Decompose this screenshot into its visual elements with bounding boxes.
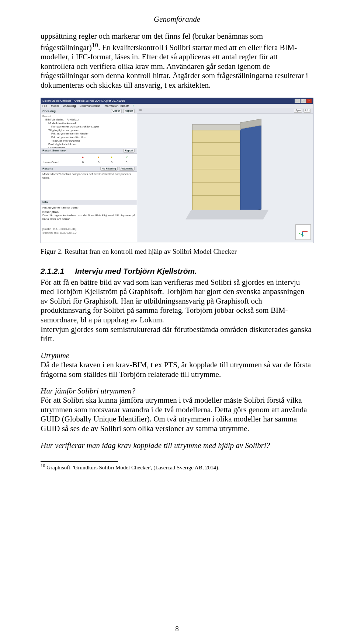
info-footer-1: [Solibri, Inc. - 2010-08-31] [42, 227, 135, 231]
window-buttons: – □ × [295, 99, 312, 103]
info-desc-text: Den här regeln kontrollerar om det finns… [42, 214, 135, 221]
ruleset-label: Ruleset [42, 115, 135, 118]
page-number: 8 [0, 625, 354, 633]
nav-spin[interactable]: Spin [294, 109, 302, 112]
summary-header-row: ▲ ● ● ✔ [43, 155, 135, 160]
menu-file[interactable]: File [42, 104, 47, 108]
menu-info-takeoff[interactable]: Information Takeoff [104, 104, 129, 108]
info-desc-label: Description [42, 210, 135, 214]
menu-add-icon[interactable]: + [132, 104, 134, 108]
section-title: Intervju med Torbjörn Kjellström. [75, 267, 197, 275]
footnote-10: 10 Graphisoft, 'Grundkurs Solibri Model … [41, 463, 313, 471]
paragraph-2b: Intervjun gjordes som semistrukurerad dä… [41, 325, 313, 344]
results-empty-text: Model doesn't contain components defined… [42, 172, 131, 179]
footnote-number: 10 [41, 463, 45, 468]
info-label: Info [42, 200, 48, 204]
paragraph-3: Då de flesta kraven i en krav-BIM, t ex … [41, 360, 313, 379]
subhead-utrymme: Utrymme [41, 351, 313, 360]
checking-label: Checking [42, 109, 56, 113]
tree-fritt-fonster[interactable]: Fritt utrymme framför fönster [42, 132, 135, 136]
section-heading-2121: 2.1.2.1 Intervju med Torbjörn Kjellström… [41, 267, 313, 276]
tree-modellstrukturkontroll[interactable]: Modellstrukturkontroll [42, 122, 135, 125]
nav-info[interactable]: Info [303, 109, 311, 112]
page: Genomförande uppsättning regler och mark… [0, 0, 354, 644]
paragraph-1: uppsättning regler och markerar om det f… [41, 32, 313, 90]
result-summary-header: Result Summary Report [41, 148, 137, 154]
footnote-text: Graphisoft, 'Grundkurs Solibri Model Che… [45, 465, 219, 470]
tree-brottslighetsdetektion[interactable]: Brottslighetsdetektion [42, 143, 135, 146]
tree-fritt-dorrar[interactable]: Fritt utrymme framför dörrar [42, 136, 135, 139]
check-button[interactable]: Check [111, 109, 122, 113]
section-number: 2.1.2.1 [41, 267, 64, 275]
viewport-3d-label: 3D [139, 109, 142, 113]
question-1: Hur jämför Solibri utrymmen? [41, 386, 313, 396]
close-button[interactable]: × [306, 99, 312, 103]
viewport-3d[interactable]: 3D Spin Info [137, 108, 313, 242]
ruleset-tree: Ruleset BIM Validering - Arkitektur Mode… [41, 114, 137, 148]
info-body: Fritt utrymme framför dörrar Description… [41, 205, 137, 242]
maximize-button[interactable]: □ [301, 99, 306, 103]
info-footer-2: Support Tag: SOL/226/1.0 [42, 231, 135, 235]
info-item: Fritt utrymme framför dörrar [42, 206, 135, 210]
app-menubar: File Model Checking Communication Inform… [41, 104, 313, 109]
footnote-ref-10: 10 [92, 41, 98, 49]
left-panel: Checking Check Report Ruleset BIM Valide… [41, 108, 137, 242]
footnote-separator [41, 461, 118, 462]
results-filter-nofiltering[interactable]: No Filtering [100, 167, 118, 171]
menu-model[interactable]: Model [51, 104, 59, 108]
results-header: Results No Filtering Automatic [41, 166, 137, 172]
paragraph-4: För att Solibri ska kunna jämföra utrymm… [41, 396, 313, 433]
menu-communication[interactable]: Communication [80, 104, 100, 108]
tree-bim-validering[interactable]: BIM Validering - Arkitektur [42, 118, 135, 122]
results-label: Results [42, 167, 53, 171]
window-titlebar: Solibri Model Checker - Annedal 16 hus 2… [41, 98, 313, 104]
tree-tomrum-innertak[interactable]: Tomrum över innertak [42, 139, 135, 143]
results-body: Model doesn't contain components defined… [41, 172, 137, 200]
summary-row-issue-count: Issue Count 0 0 0 0 [43, 160, 135, 165]
results-filter-automatic[interactable]: Automatic [119, 167, 135, 171]
figure-caption: Figur 2. Resultat från en kontroll med h… [41, 248, 313, 256]
axis-widget[interactable] [295, 224, 311, 240]
info-header: Info [41, 200, 137, 205]
report-button-summary[interactable]: Report [123, 149, 135, 153]
window-title: Solibri Model Checker - Annedal 16 hus 2… [42, 99, 125, 103]
tree-tillganglighetsutrymme[interactable]: Tillgänglighetsutrymme [42, 129, 135, 132]
summary-label-issue-count: Issue Count [43, 160, 73, 165]
figure-solibri-screenshot: Solibri Model Checker - Annedal 16 hus 2… [41, 98, 313, 243]
paragraph-2: För att få en bättre bild av vad som kan… [41, 278, 313, 325]
result-summary-label: Result Summary [42, 149, 66, 153]
tree-komponenter[interactable]: Komponenter och konstruktionstyper [42, 125, 135, 129]
minimize-button[interactable]: – [295, 99, 300, 103]
result-summary-body: ▲ ● ● ✔ Issue Count 0 0 0 0 [41, 154, 137, 166]
report-button-top[interactable]: Report [123, 109, 135, 113]
building-model [181, 118, 270, 224]
menu-checking[interactable]: Checking [63, 104, 76, 108]
checking-panel-header: Checking Check Report [41, 108, 137, 114]
question-2: Hur verifierar man idag krav kopplade ti… [41, 441, 313, 450]
running-header: Genomförande [41, 15, 313, 25]
viewport-toolbar: 3D Spin Info [137, 108, 313, 114]
